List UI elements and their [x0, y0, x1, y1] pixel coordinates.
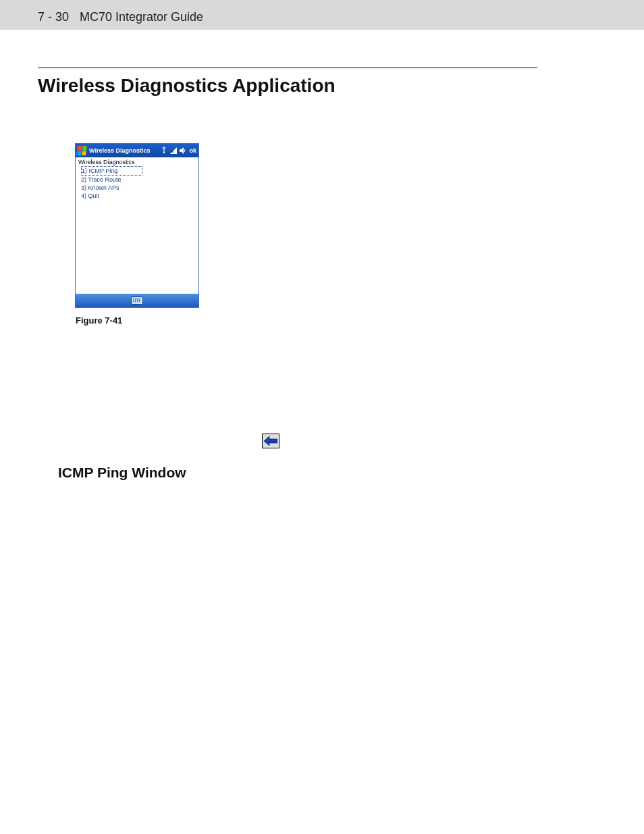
page-content: Wireless Diagnostics Application Wireles… — [0, 30, 644, 481]
section-title: Wireless Diagnostics Application — [38, 75, 606, 97]
back-arrow-icon — [264, 436, 277, 446]
device-bottom-bar — [76, 294, 198, 307]
device-body-heading: Wireless Diagnostics — [78, 159, 196, 165]
guide-title: MC70 Integrator Guide — [80, 10, 203, 24]
page-number: 7 - 30 — [38, 10, 69, 24]
figure-container: Wireless Diagnostics x — [76, 144, 198, 325]
device-menu: 1) ICMP Ping 2) Trace Route 3) Known APs… — [78, 166, 196, 200]
device-body: Wireless Diagnostics 1) ICMP Ping 2) Tra… — [76, 157, 198, 294]
subsection-title: ICMP Ping Window — [58, 465, 606, 481]
windows-flag-icon[interactable] — [76, 146, 87, 155]
figure-caption: Figure 7-41 — [76, 315, 198, 325]
cellular-icon[interactable] — [160, 147, 168, 155]
menu-item-icmp-ping[interactable]: 1) ICMP Ping — [81, 166, 142, 176]
page-header: 7 - 30 MC70 Integrator Guide — [0, 0, 644, 30]
svg-marker-3 — [180, 147, 184, 154]
signal-strength-icon[interactable]: x — [169, 147, 178, 155]
menu-item-known-aps[interactable]: 3) Known APs — [81, 184, 196, 192]
menu-item-trace-route[interactable]: 2) Trace Route — [81, 176, 196, 184]
back-arrow-button[interactable] — [262, 434, 279, 448]
keyboard-icon[interactable] — [131, 296, 143, 305]
device-titlebar: Wireless Diagnostics x — [76, 144, 198, 157]
device-screenshot: Wireless Diagnostics x — [76, 144, 198, 307]
svg-marker-4 — [264, 436, 277, 446]
svg-point-0 — [163, 151, 165, 153]
device-app-title: Wireless Diagnostics — [89, 147, 150, 154]
menu-item-quit[interactable]: 4) Quit — [81, 192, 196, 200]
ok-button[interactable]: ok — [188, 147, 197, 154]
section-divider — [38, 68, 537, 68]
speaker-icon[interactable] — [179, 147, 187, 155]
